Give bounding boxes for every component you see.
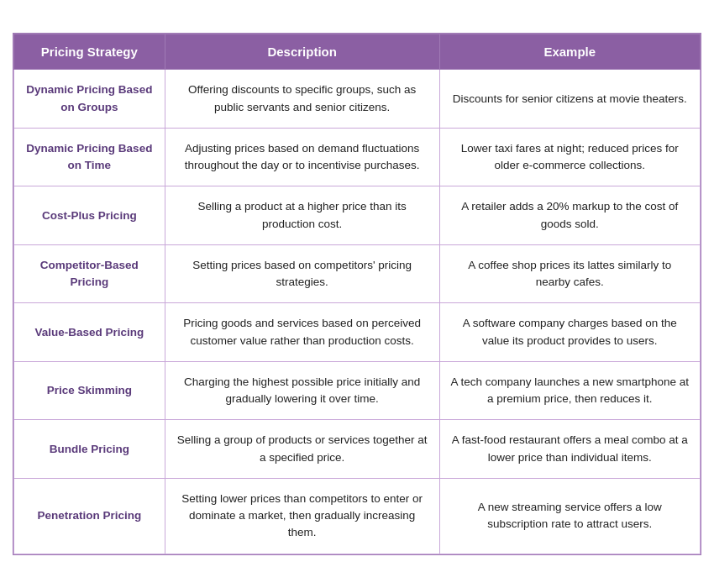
- table-row: Value-Based PricingPricing goods and ser…: [14, 303, 701, 362]
- pricing-table: Pricing Strategy Description Example Dyn…: [13, 34, 701, 554]
- table-row: Dynamic Pricing Based on TimeAdjusting p…: [14, 128, 701, 186]
- table-row: Bundle PricingSelling a group of product…: [14, 420, 701, 479]
- cell-example: A retailer adds a 20% markup to the cost…: [439, 186, 700, 245]
- cell-description: Offering discounts to specific groups, s…: [165, 70, 439, 129]
- cell-example: A software company charges based on the …: [439, 303, 700, 362]
- cell-strategy: Competitor-Based Pricing: [14, 244, 165, 303]
- table-row: Penetration PricingSetting lower prices …: [14, 478, 701, 554]
- cell-example: Lower taxi fares at night; reduced price…: [439, 128, 700, 186]
- cell-description: Selling a product at a higher price than…: [165, 186, 439, 245]
- table-row: Dynamic Pricing Based on GroupsOffering …: [14, 70, 701, 129]
- table-row: Competitor-Based PricingSetting prices b…: [14, 244, 701, 303]
- cell-example: A tech company launches a new smartphone…: [439, 361, 700, 420]
- cell-strategy: Penetration Pricing: [14, 478, 165, 554]
- cell-description: Setting lower prices than competitors to…: [165, 478, 439, 554]
- cell-strategy: Price Skimming: [14, 361, 165, 420]
- table-row: Price SkimmingCharging the highest possi…: [14, 361, 701, 420]
- cell-example: A fast-food restaurant offers a meal com…: [439, 420, 700, 479]
- cell-description: Setting prices based on competitors' pri…: [165, 244, 439, 303]
- header-description: Description: [165, 34, 439, 70]
- pricing-table-container: Pricing Strategy Description Example Dyn…: [13, 33, 701, 554]
- cell-example: A new streaming service offers a low sub…: [439, 478, 700, 554]
- cell-example: Discounts for senior citizens at movie t…: [439, 70, 700, 129]
- cell-strategy: Value-Based Pricing: [14, 303, 165, 362]
- header-strategy: Pricing Strategy: [14, 34, 165, 70]
- cell-description: Pricing goods and services based on perc…: [165, 303, 439, 362]
- table-row: Cost-Plus PricingSelling a product at a …: [14, 186, 701, 245]
- header-example: Example: [439, 34, 700, 70]
- cell-strategy: Dynamic Pricing Based on Time: [14, 128, 165, 186]
- cell-strategy: Bundle Pricing: [14, 420, 165, 479]
- cell-example: A coffee shop prices its lattes similarl…: [439, 244, 700, 303]
- cell-description: Adjusting prices based on demand fluctua…: [165, 128, 439, 186]
- cell-description: Charging the highest possible price init…: [165, 361, 439, 420]
- cell-description: Selling a group of products or services …: [165, 420, 439, 479]
- table-header-row: Pricing Strategy Description Example: [14, 34, 701, 70]
- cell-strategy: Dynamic Pricing Based on Groups: [14, 70, 165, 129]
- cell-strategy: Cost-Plus Pricing: [14, 186, 165, 245]
